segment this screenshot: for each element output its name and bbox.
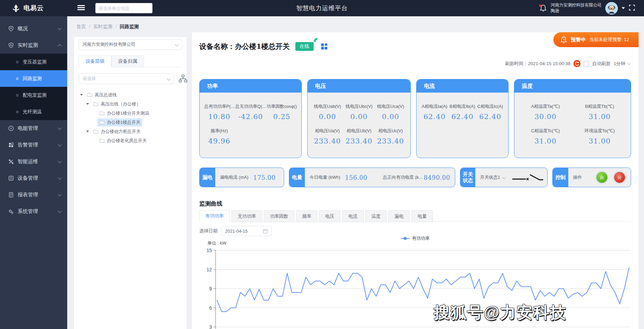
tree-node[interactable]: 办公楼动力柜总开关 bbox=[79, 127, 182, 136]
monitor-tab-电量[interactable]: 电量 bbox=[411, 210, 433, 222]
metric-label: 相电压Uc(V) bbox=[375, 128, 406, 134]
org-tree-icon[interactable] bbox=[179, 75, 187, 83]
bullet-icon bbox=[16, 78, 18, 80]
chart-legend[interactable]: 有功功率 bbox=[401, 235, 430, 241]
tree-node[interactable]: 办公楼老化房总开关 bbox=[79, 136, 182, 145]
monitor-tab-漏电[interactable]: 漏电 bbox=[388, 210, 410, 222]
close-switch-button[interactable]: 合 bbox=[595, 171, 608, 184]
user-menu-caret-icon[interactable] bbox=[622, 7, 625, 9]
notification-dot bbox=[539, 4, 541, 7]
sidebar-item-realtime-monitor[interactable]: 实时监测 bbox=[0, 37, 67, 54]
refresh-icon[interactable] bbox=[573, 60, 581, 67]
tree-filter-select[interactable]: 请选择 bbox=[79, 73, 174, 84]
metric-cell: A相温度Ta(℃)30.00 bbox=[518, 103, 573, 121]
tree-node-label: 办公楼老化房总开关 bbox=[107, 138, 147, 144]
sidebar-item-device-management[interactable]: 设备管理 bbox=[0, 170, 67, 187]
tree-node-content[interactable]: 办公楼1楼分开关测温 bbox=[97, 109, 151, 117]
refresh-time: 刷新时间：2021-04-15 15:00:38 bbox=[505, 61, 571, 67]
chevron-down-icon bbox=[167, 77, 170, 80]
metric-value: 62.40 bbox=[476, 113, 504, 121]
tree-node-content[interactable]: 办公楼老化房总开关 bbox=[97, 137, 149, 145]
tree-node[interactable]: 办公楼1楼分开关测温 bbox=[79, 109, 182, 118]
refresh-interval-select[interactable]: 1分钟 bbox=[613, 61, 630, 67]
shield-icon bbox=[8, 26, 14, 32]
sidebar-item-energy-management[interactable]: 电能管理 bbox=[0, 120, 67, 137]
total-energy-label: 总正向有功电度 (k... bbox=[383, 174, 422, 180]
breadcrumb-item[interactable]: 实时监测 bbox=[93, 24, 112, 30]
monitor-shield-icon bbox=[8, 42, 14, 48]
sidebar-item-label: 电能管理 bbox=[18, 125, 58, 132]
tree-node-selected[interactable]: 办公楼1楼总开关 bbox=[97, 118, 142, 127]
sidebar-item-system-management[interactable]: 系统管理 bbox=[0, 203, 67, 220]
monitor-tab-电流[interactable]: 电流 bbox=[342, 210, 364, 222]
tree-node-content[interactable]: 办公楼动力柜总开关 bbox=[91, 128, 143, 136]
monitor-tab-频率[interactable]: 频率 bbox=[296, 210, 317, 222]
metric-label: A相温度Ta(℃) bbox=[518, 103, 573, 110]
stat-card-body: 线电压Uab(V)0.00线电压Ubc(V)0.00线电压Uca(V)0.00相… bbox=[308, 93, 410, 145]
metric-value: -42.60 bbox=[235, 113, 266, 121]
control-card-tag: 控制 bbox=[553, 168, 568, 187]
sidebar-item-label: 概况 bbox=[18, 25, 58, 32]
sidebar-item-alarm-management[interactable]: 告警管理 bbox=[0, 137, 67, 153]
monitor-tab-无功功率[interactable]: 无功功率 bbox=[232, 210, 262, 222]
sidebar-item-smart-ops[interactable]: 智能运维 bbox=[0, 153, 67, 170]
main-panel: 预警中 当前未处理预警: 12 设备名称：办公楼1楼总开关 在线 刷新时 bbox=[192, 32, 639, 329]
sidebar-item-label: 智能运维 bbox=[18, 158, 58, 165]
breadcrumb-item[interactable]: 首页 bbox=[76, 24, 86, 30]
chevron-down-icon bbox=[58, 142, 61, 146]
sidebar-subitem-label: 配电室监测 bbox=[23, 92, 47, 98]
avatar[interactable] bbox=[605, 2, 618, 15]
switch-status-select[interactable]: 开关状态1 bbox=[480, 174, 500, 180]
top-header: 电易云 智慧电力运维平台 河南力安测控科技有限公司 陶逊 bbox=[0, 0, 644, 16]
chevron-down-icon bbox=[502, 175, 506, 179]
tree-tab-设备归属[interactable]: 设备归属 bbox=[111, 55, 144, 67]
sidebar-subitem-power-room-monitor[interactable]: 配电室监测 bbox=[0, 87, 67, 103]
sidebar-item-report-management[interactable]: 报表管理 bbox=[0, 187, 67, 203]
metric-value: 233.40 bbox=[343, 137, 375, 145]
alert-banner[interactable]: 预警中 当前未处理预警: 12 bbox=[553, 32, 639, 47]
metric-value: 31.00 bbox=[573, 113, 627, 121]
account-info: 河南力安测控科技有限公司 陶逊 bbox=[551, 2, 602, 14]
auto-refresh-checkbox[interactable] bbox=[584, 61, 589, 66]
tree-tab-设备层级[interactable]: 设备层级 bbox=[79, 55, 111, 67]
date-value: 2021-04-15 bbox=[225, 229, 263, 234]
chevron-down-icon bbox=[58, 26, 61, 30]
tree-node-content[interactable]: 高压出线（办公楼） bbox=[91, 100, 143, 108]
metric-label: 功率因数cosφ() bbox=[266, 103, 297, 110]
y-tick-label: 6 bbox=[209, 305, 212, 311]
metric-value: 233.40 bbox=[375, 137, 406, 145]
notification-bell-icon[interactable] bbox=[539, 4, 547, 12]
legend-marker-icon bbox=[401, 238, 410, 239]
company-select[interactable]: 河南力安测控科技有限公司 bbox=[79, 39, 182, 50]
tree-node-label: 办公楼动力柜总开关 bbox=[101, 129, 141, 135]
sidebar-item-overview[interactable]: 概况 bbox=[0, 20, 67, 37]
chart-unit-label: 单位 : kW bbox=[207, 240, 226, 246]
monitor-tab-温度[interactable]: 温度 bbox=[365, 210, 387, 222]
sidebar-subitem-fiber-temperature[interactable]: 光纤测温 bbox=[0, 103, 67, 120]
sidebar-subitem-transformer-monitor[interactable]: 变压器监测 bbox=[0, 54, 67, 70]
monitor-tab-有功功率[interactable]: 有功功率 bbox=[199, 210, 230, 222]
dashboard-grid-icon[interactable] bbox=[321, 43, 328, 50]
tree-node[interactable]: 高压总进线 bbox=[79, 90, 182, 99]
unit-search-input[interactable] bbox=[95, 3, 152, 13]
signal-icon bbox=[312, 37, 319, 44]
tree-caret-icon[interactable] bbox=[86, 131, 89, 132]
open-switch-button[interactable]: 分 bbox=[613, 171, 626, 184]
tree-node[interactable]: 办公楼1楼总开关 bbox=[79, 118, 182, 127]
tree-caret-icon[interactable] bbox=[80, 94, 83, 96]
stat-card-body: A相温度Ta(℃)30.00B相温度Tb(℃)31.00C相温度Tc(℃)31.… bbox=[514, 93, 631, 145]
stat-card-body: 总有功功率P(...10.80总无功功率Q(...-42.60功率因数cosφ(… bbox=[200, 93, 301, 145]
sidebar-subitem-circuit-monitor[interactable]: 回路监测 bbox=[0, 70, 67, 87]
fullscreen-icon[interactable] bbox=[629, 4, 635, 12]
monitor-tab-电压[interactable]: 电压 bbox=[319, 210, 341, 222]
tree-caret-icon[interactable] bbox=[86, 103, 89, 105]
metric-label: C相电流Ic(A) bbox=[476, 103, 504, 110]
device-tree: 高压总进线高压出线（办公楼）办公楼1楼分开关测温办公楼1楼总开关办公楼动力柜总开… bbox=[79, 90, 182, 145]
logo[interactable]: 电易云 bbox=[12, 4, 62, 13]
tree-node-content[interactable]: 高压总进线 bbox=[85, 91, 119, 99]
monitor-tab-功率因数[interactable]: 功率因数 bbox=[264, 210, 294, 222]
sidebar-subitem-label: 光纤测温 bbox=[23, 109, 42, 115]
date-picker[interactable]: 2021-04-15 bbox=[221, 226, 272, 236]
menu-toggle-icon[interactable] bbox=[77, 5, 85, 11]
tree-node[interactable]: 高压出线（办公楼） bbox=[79, 99, 182, 109]
